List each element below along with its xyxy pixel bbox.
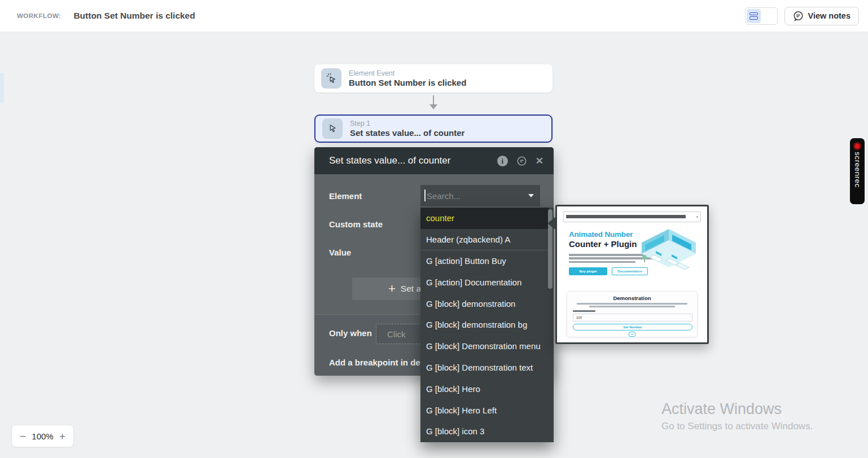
value-field-label: Value xyxy=(329,248,351,257)
list-view-toggle[interactable] xyxy=(762,9,776,23)
dropdown-item[interactable]: G [block] Hero Left xyxy=(420,399,549,421)
preview-hero-title-2: Counter + Plugin xyxy=(569,239,637,249)
canvas-edge-element xyxy=(0,73,4,103)
element-select[interactable] xyxy=(420,185,540,206)
cursor-action-icon xyxy=(322,118,343,139)
preview-navbar xyxy=(563,212,701,222)
preview-hero-title-1: Animated Number xyxy=(569,230,633,239)
preview-demo-card: Demonstration 100 Set Number xyxy=(567,291,698,337)
add-breakpoint-label[interactable]: Add a breakpoint in deb xyxy=(329,358,426,367)
dropdown-item[interactable]: G [block] Demonstration menu xyxy=(420,336,549,357)
preview-buy-button: Buy plugin xyxy=(569,267,607,275)
dropdown-item-label: G [block] icon 3 xyxy=(426,426,484,436)
preview-demo-title: Demonstration xyxy=(567,295,697,301)
screenrec-badge[interactable]: screenrec xyxy=(850,138,865,204)
event-node[interactable]: Element Event Button Set Number is click… xyxy=(314,64,553,93)
element-preview-tooltip: Animated Number Counter + Plugin Buy plu… xyxy=(555,205,709,344)
flow-arrow-head-icon xyxy=(429,104,437,109)
dropdown-item[interactable]: Header (zqbackend) A xyxy=(420,229,549,250)
event-node-title: Button Set Number is clicked xyxy=(349,78,466,87)
only-when-label: Only when xyxy=(329,328,372,338)
dropdown-item[interactable]: G [block] Demonstration text xyxy=(420,357,549,378)
dropdown-item-label: G [block] Hero xyxy=(426,384,480,394)
dropdown-item[interactable]: counter xyxy=(420,208,549,229)
card-view-toggle[interactable] xyxy=(747,9,761,23)
set-another-state-label: Set a xyxy=(401,284,421,294)
element-field-label: Element xyxy=(329,191,362,201)
view-toggle-group xyxy=(745,7,778,25)
step-node-kind: Step 1 xyxy=(350,120,464,127)
zoom-out-button[interactable]: − xyxy=(20,431,26,442)
dialog-title: Set states value... of counter xyxy=(329,155,497,166)
record-dot-icon xyxy=(853,142,861,150)
preview-demo-input: 100 xyxy=(573,314,692,322)
dropdown-item[interactable]: G [block] Hero xyxy=(420,378,549,399)
dropdown-item[interactable]: G [action] Button Buy xyxy=(420,250,549,272)
step-node-title: Set states value... of counter xyxy=(350,128,464,138)
dropdown-item-label: G [action] Button Buy xyxy=(426,256,506,266)
chevron-down-icon xyxy=(528,194,534,197)
preview-demo-field-label xyxy=(573,310,595,312)
top-bar: WORKFLOW: Button Set Number is clicked xyxy=(0,0,868,32)
info-icon[interactable]: i xyxy=(497,156,508,166)
card-view-icon xyxy=(749,12,758,16)
notes-bubble-icon xyxy=(793,11,804,21)
view-notes-label: View notes xyxy=(808,11,851,20)
only-when-condition-value: Click xyxy=(387,329,406,339)
dropdown-item-label: G [action] Documentation xyxy=(426,278,521,287)
dropdown-item[interactable]: G [block] demonstration xyxy=(420,293,549,314)
workflow-label: WORKFLOW: xyxy=(17,12,61,19)
workflow-editor: WORKFLOW: Button Set Number is clicked xyxy=(0,0,868,458)
screenrec-label: screenrec xyxy=(853,152,862,188)
preview-set-number-button: Set Number xyxy=(573,324,692,331)
flow-arrow xyxy=(433,95,434,105)
dropdown-item-label: G [block] Demonstration text xyxy=(426,363,533,372)
custom-state-field-label: Custom state xyxy=(329,219,383,229)
step-node-selected[interactable]: Step 1 Set states value... of counter xyxy=(314,114,553,143)
view-notes-button[interactable]: View notes xyxy=(784,7,859,25)
close-icon[interactable]: ✕ xyxy=(536,156,543,166)
event-node-kind: Element Event xyxy=(349,69,466,77)
dropdown-item-label: G [block] demonstration xyxy=(426,299,515,309)
dropdown-item[interactable]: G [block] icon 3 xyxy=(420,421,549,442)
zoom-in-button[interactable]: + xyxy=(59,431,65,442)
hero-illustration xyxy=(637,226,702,281)
dropdown-item[interactable]: G [action] Documentation xyxy=(420,271,549,293)
zoom-control: − 100% + xyxy=(11,425,74,447)
element-dropdown-list: counter Header (zqbackend) A G [action] … xyxy=(420,208,554,442)
element-event-icon xyxy=(321,68,341,89)
dialog-header[interactable]: Set states value... of counter i ✕ xyxy=(314,147,554,174)
workflow-title: Button Set Number is clicked xyxy=(73,11,195,21)
dropdown-item-label: G [block] Demonstration menu xyxy=(426,341,541,351)
plus-icon: + xyxy=(388,283,396,295)
dropdown-item-label: G [block] Hero Left xyxy=(426,406,497,415)
comment-icon[interactable] xyxy=(516,156,527,166)
windows-watermark: Activate Windows Go to Settings to activ… xyxy=(661,400,813,432)
zoom-level: 100% xyxy=(32,431,53,441)
element-search-input[interactable] xyxy=(420,185,540,206)
dropdown-item[interactable]: G [block] demonstration bg xyxy=(420,314,549,336)
preview-emoji-icon xyxy=(629,332,635,337)
dropdown-item-label: G [block] demonstration bg xyxy=(426,320,527,329)
tooltip-arrow-icon xyxy=(547,217,555,230)
dropdown-item-label: Header (zqbackend) A xyxy=(426,235,510,244)
dropdown-item-label: counter xyxy=(426,213,454,223)
